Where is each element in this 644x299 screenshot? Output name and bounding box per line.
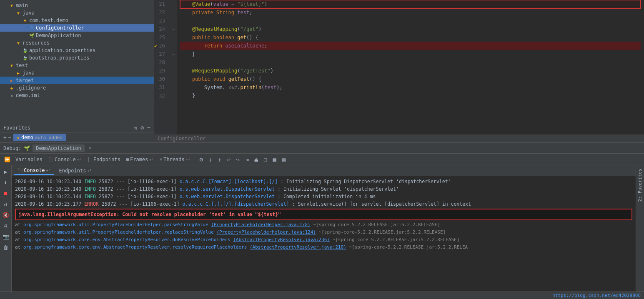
output-tab-endpoints[interactable]: Endpoints +¹ [55, 167, 95, 174]
tree-label: main [16, 2, 28, 8]
tree-label: .gitignore [16, 85, 46, 91]
console-panel: ⬛ Console +¹ Endpoints +¹ 2020-09-16 10:… [12, 165, 636, 292]
favorites-vertical-tab[interactable]: 2: Favorites [636, 167, 644, 203]
tab-variables[interactable]: Variables [13, 156, 45, 163]
split-icon[interactable]: ⇅ [134, 125, 138, 131]
add-fav-icon[interactable]: + [3, 135, 7, 141]
code-line-21: @Value(value = "${test}") [180, 0, 641, 8]
favorites-items-row: + − ★ demo auto-added [0, 132, 154, 142]
code-line-27: } [180, 50, 641, 58]
console-icon: ⬛ [48, 157, 53, 162]
tree-item-app-props[interactable]: 🍃 application.properties [0, 47, 154, 54]
memory-btn[interactable]: ❐ [261, 155, 270, 164]
tree-item-demo-app[interactable]: 🌱 DemoApplication [0, 32, 154, 39]
line-numbers: 21 22 23 24 25 ✔ 26 27 28 29 30 31 32 [154, 0, 170, 135]
ln-25: 25 [154, 33, 168, 42]
stack-trace-1: at org.springframework.util.PropertyPlac… [15, 221, 632, 229]
step-over-side-btn[interactable]: ⬇ [1, 178, 10, 187]
print-btn[interactable]: 🖨 [1, 221, 10, 230]
properties-icon: 🍃 [22, 55, 28, 61]
tree-item-package[interactable]: ▼ com.test.demo [0, 17, 154, 24]
debug-left-bar: ▶ ⬇ ⏹ ↺ 🔇 🖨 📷 🗑 [0, 165, 12, 292]
code-line-22: private String test; [180, 8, 641, 17]
evaluate-btn[interactable]: ⏏ [252, 155, 261, 164]
gitignore-icon: ◆ [8, 85, 15, 91]
folder-icon: ▼ [8, 2, 15, 9]
step-out-btn[interactable]: ↪ [234, 155, 242, 164]
sidebar-tree: ▼ main ▼ java ▼ com.test.demo J ConfigCo… [0, 0, 154, 123]
stack-link-4[interactable]: (AbstractPropertyResolver.java:210) [250, 244, 346, 250]
frames-icon: ▦ [126, 157, 129, 162]
mute-btn[interactable]: 🔇 [1, 210, 10, 219]
settings-btn[interactable]: ⚙ [197, 155, 205, 164]
debug-controls-left: ⏩ [3, 156, 12, 163]
tab-frames[interactable]: ▦ Frames +¹ [124, 156, 156, 163]
stack-link-2[interactable]: (PropertyPlaceholderHelper.java:124) [216, 229, 316, 235]
camera-btn[interactable]: 📷 [1, 232, 10, 241]
tree-item-main[interactable]: ▼ main [0, 2, 154, 9]
tree-item-java[interactable]: ▼ java [0, 9, 154, 17]
tree-item-resources[interactable]: ▼ resources [0, 39, 154, 47]
layout-btn1[interactable]: ▦ [271, 155, 279, 164]
run-cursor-btn[interactable]: ⇥ [243, 155, 251, 164]
editor-area: 21 22 23 24 25 ✔ 26 27 28 29 30 31 32 [154, 0, 644, 142]
step-into-btn[interactable]: ↩ [225, 155, 233, 164]
debug-app-tab[interactable]: DemoApplication [33, 145, 84, 152]
tab-console[interactable]: ⬛ Console +¹ [46, 156, 84, 163]
stack-trace-3: at org.springframework.core.env.Abstract… [15, 236, 632, 244]
step-over-btn[interactable]: ⏩ [3, 156, 12, 163]
code-line-25: public boolean get() { [180, 33, 641, 42]
ln-22: 22 [154, 8, 168, 17]
tree-item-iml[interactable]: ▪ demo.iml [0, 92, 154, 99]
ln-26: ✔ 26 [154, 42, 168, 50]
stop-btn[interactable]: ⏹ [1, 189, 10, 198]
fold-gutter: − − − − [170, 0, 177, 135]
right-vertical-tabs: 2: Favorites [636, 165, 644, 292]
tab-threads[interactable]: ≡ Threads +¹ [157, 156, 193, 163]
layout-btn2[interactable]: ▤ [280, 155, 288, 164]
console-pin-icon: +¹ [77, 157, 82, 162]
fav-item-suffix: auto-added [35, 135, 63, 140]
down-btn[interactable]: ↓ [206, 155, 215, 164]
threads-pin-icon: +¹ [186, 157, 190, 162]
star-icon: ★ [17, 135, 20, 140]
close-debug-tab-icon[interactable]: ✕ [89, 145, 92, 151]
tree-item-boot-props[interactable]: 🍃 bootstrap.properties [0, 54, 154, 62]
tab-endpoints[interactable]: | Endpoints [85, 156, 123, 163]
folder-icon: ▼ [15, 40, 22, 46]
favorites-added-item[interactable]: ★ demo auto-added [13, 134, 66, 141]
ln-23: 23 [154, 17, 168, 25]
spring-debug-icon: 🌱 [24, 145, 30, 151]
ln-21: 21 [154, 0, 168, 8]
frames-pin-icon: +¹ [149, 157, 154, 162]
restart-btn[interactable]: ↺ [1, 199, 10, 209]
code-line-23 [180, 17, 641, 25]
tree-label: target [16, 77, 34, 83]
tree-item-config-controller[interactable]: J ConfigController [0, 24, 154, 32]
gear-icon[interactable]: ⚙ [140, 125, 144, 131]
status-url[interactable]: https://blog.csdn.net/ed42029808 [552, 293, 641, 298]
favorites-right: ⇅ ⚙ − [134, 125, 150, 131]
console-tab-icon: ⬛ [18, 168, 23, 172]
tree-item-test[interactable]: ▼ test [0, 62, 154, 69]
trash-btn[interactable]: 🗑 [1, 243, 10, 252]
output-tab-console[interactable]: ⬛ Console +¹ [14, 167, 54, 175]
debug-title-bar: Debug: 🌱 DemoApplication ✕ [0, 143, 644, 154]
fav-item-name: demo [21, 135, 33, 140]
breadcrumb-bar: ConfigController [154, 135, 644, 142]
code-line-26: return useLocalCache; [180, 42, 641, 50]
resume-btn[interactable]: ▶ [1, 167, 10, 176]
threads-icon: ≡ [160, 157, 162, 162]
tree-item-target[interactable]: ▶ target [0, 77, 154, 84]
stack-link-3[interactable]: (AbstractPropertyResolver.java:236) [233, 237, 330, 242]
annotation: @Value [192, 1, 210, 7]
up-btn[interactable]: ↑ [216, 155, 224, 164]
remove-fav-icon[interactable]: − [8, 135, 12, 141]
breakpoint-check-icon: ✔ [154, 42, 157, 50]
tree-item-gitignore[interactable]: ◆ .gitignore [0, 84, 154, 92]
minus-icon[interactable]: − [147, 125, 150, 131]
stack-link-1[interactable]: (PropertyPlaceholderHelper.java:178) [211, 222, 310, 227]
endpoints-tab-pin: +¹ [87, 169, 92, 173]
code-line-32: } [180, 92, 641, 100]
tree-item-test-java[interactable]: ▶ java [0, 69, 154, 77]
